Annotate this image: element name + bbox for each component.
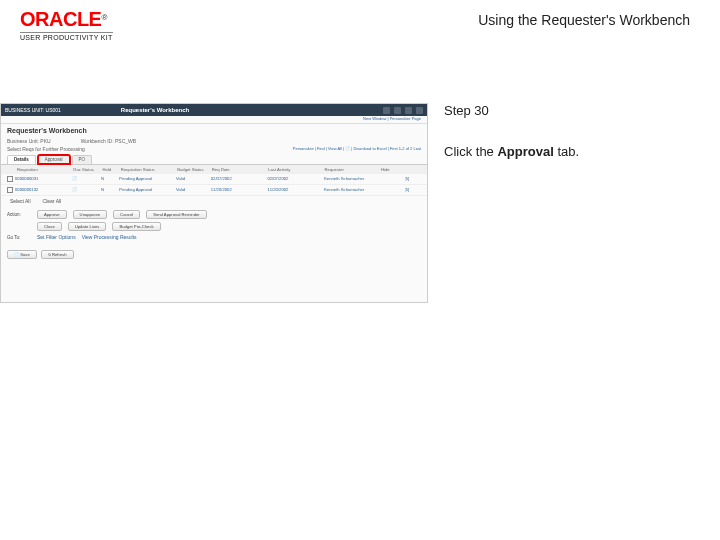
goto-label: Go To: xyxy=(7,235,31,240)
set-filter-link[interactable]: Set Filter Options xyxy=(37,234,76,240)
cell-btn[interactable]: [5] xyxy=(405,187,421,193)
cell-hide[interactable] xyxy=(381,176,403,182)
unapprove-button[interactable]: Unapprove xyxy=(73,210,108,219)
col-checkbox xyxy=(7,167,15,172)
filter-line: Business Unit: PKU Workbench ID: PSC_WB xyxy=(1,137,427,145)
flag-icon[interactable] xyxy=(394,107,401,114)
topbar-icons xyxy=(383,107,423,114)
send-reminder-button[interactable]: Send Approval Reminder xyxy=(146,210,207,219)
select-all-row: Select All Clear All xyxy=(1,196,427,206)
clear-all-label[interactable]: Clear All xyxy=(43,198,62,204)
filter2-label: Workbench ID: xyxy=(81,138,114,144)
body-suffix: tab. xyxy=(554,144,579,159)
action-label: Action: xyxy=(7,212,31,217)
col-activity: Last Activity xyxy=(268,167,322,172)
instruction-body: Click the Approval tab. xyxy=(444,144,579,159)
cell-requester: Kenneth Schumacher xyxy=(324,187,379,193)
cell-status: Pending Approval xyxy=(119,176,174,182)
actions-block: Action: Approve Unapprove Cancel Send Ap… xyxy=(1,206,427,247)
col-reqdate: Req Date xyxy=(212,167,266,172)
page-heading: Requester's Workbench xyxy=(1,124,427,137)
cell-hold: N xyxy=(101,176,117,182)
subbar-links[interactable]: New Window | Personalize Page xyxy=(1,116,427,124)
filter2-value: PSC_WB xyxy=(115,138,136,144)
col-budget: Budget Status xyxy=(177,167,210,172)
menu-icon[interactable] xyxy=(405,107,412,114)
cell-req[interactable]: 0000000132 xyxy=(15,187,70,193)
footer-buttons: 📄 Save ↻ Refresh xyxy=(1,247,427,262)
page-title: Using the Requester's Workbench xyxy=(478,8,700,28)
cell-req[interactable]: 0000000031 xyxy=(15,176,70,182)
oracle-logo: ORACLE® xyxy=(20,8,113,31)
cell-doc[interactable]: 📄 xyxy=(72,187,99,193)
refresh-button[interactable]: ↻ Refresh xyxy=(41,250,74,259)
col-action xyxy=(405,167,421,172)
update-lines-button[interactable]: Update Lines xyxy=(68,222,107,231)
section-label: Select Reqs for Further Processing xyxy=(7,146,85,152)
col-reqstatus: Requisition Status xyxy=(121,167,175,172)
select-all-label[interactable]: Select All xyxy=(10,198,31,204)
cell-budget: Valid xyxy=(176,176,209,182)
approve-button[interactable]: Approve xyxy=(37,210,67,219)
close-button[interactable]: Close xyxy=(37,222,62,231)
step-label: Step 30 xyxy=(444,103,579,118)
tab-approval[interactable]: Approval xyxy=(38,155,70,164)
table-row: 0000000031 📄 N Pending Approval Valid 02… xyxy=(1,174,427,185)
body-prefix: Click the xyxy=(444,144,497,159)
cell-budget: Valid xyxy=(176,187,209,193)
body-bold: Approval xyxy=(497,144,553,159)
section-label-line: Select Reqs for Further Processing Perso… xyxy=(1,145,427,153)
signout-icon[interactable] xyxy=(416,107,423,114)
cell-requester: Kenneth Schumacher xyxy=(324,176,379,182)
col-hide: Hide xyxy=(381,167,403,172)
col-requester: Requester xyxy=(325,167,379,172)
logo-text: ORACLE xyxy=(20,8,101,30)
tab-strip: Details Approval PO xyxy=(1,153,427,165)
cancel-button[interactable]: Cancel xyxy=(113,210,140,219)
topbar-title: Requester's Workbench xyxy=(121,107,189,113)
cell-status: Pending Approval xyxy=(119,187,174,193)
page-header: ORACLE® USER PRODUCTIVITY KIT Using the … xyxy=(0,0,720,43)
budget-precheck-button[interactable]: Budget Pre-Check xyxy=(112,222,160,231)
save-button[interactable]: 📄 Save xyxy=(7,250,37,259)
grid-header: Requisition Doc Status Hold Requisition … xyxy=(1,165,427,174)
cell-activity: 11/20/2002 xyxy=(267,187,322,193)
col-hold: Hold xyxy=(103,167,119,172)
content-area: BUSINESS UNIT: US001 Requester's Workben… xyxy=(0,103,720,303)
cell-hide[interactable] xyxy=(381,187,403,193)
trademark-symbol: ® xyxy=(101,13,107,22)
grid-controls[interactable]: Personalize | Find | View All | 📄 | Down… xyxy=(293,146,421,152)
view-results-link[interactable]: View Processing Results xyxy=(82,234,137,240)
embedded-screenshot: BUSINESS UNIT: US001 Requester's Workben… xyxy=(0,103,428,303)
cell-date: 11/20/2002 xyxy=(211,187,266,193)
instruction-panel: Step 30 Click the Approval tab. xyxy=(428,103,595,303)
app-topbar: BUSINESS UNIT: US001 Requester's Workben… xyxy=(1,104,427,116)
row-checkbox[interactable] xyxy=(7,187,13,193)
cell-hold: N xyxy=(101,187,117,193)
tab-details[interactable]: Details xyxy=(7,155,36,164)
table-row: 0000000132 📄 N Pending Approval Valid 11… xyxy=(1,185,427,196)
logo-block: ORACLE® USER PRODUCTIVITY KIT xyxy=(20,8,113,41)
filter1-label: Business Unit: xyxy=(7,138,39,144)
row-checkbox[interactable] xyxy=(7,176,13,182)
cell-btn[interactable]: [5] xyxy=(405,176,421,182)
filter1-value: PKU xyxy=(40,138,50,144)
col-docstatus: Doc Status xyxy=(73,167,100,172)
topbar-brand: BUSINESS UNIT: US001 xyxy=(5,107,61,113)
home-icon[interactable] xyxy=(383,107,390,114)
col-requisition: Requisition xyxy=(17,167,71,172)
tab-po[interactable]: PO xyxy=(72,155,93,164)
cell-doc[interactable]: 📄 xyxy=(72,176,99,182)
cell-activity: 02/07/2002 xyxy=(267,176,322,182)
logo-subtitle: USER PRODUCTIVITY KIT xyxy=(20,32,113,41)
cell-date: 02/07/2002 xyxy=(211,176,266,182)
